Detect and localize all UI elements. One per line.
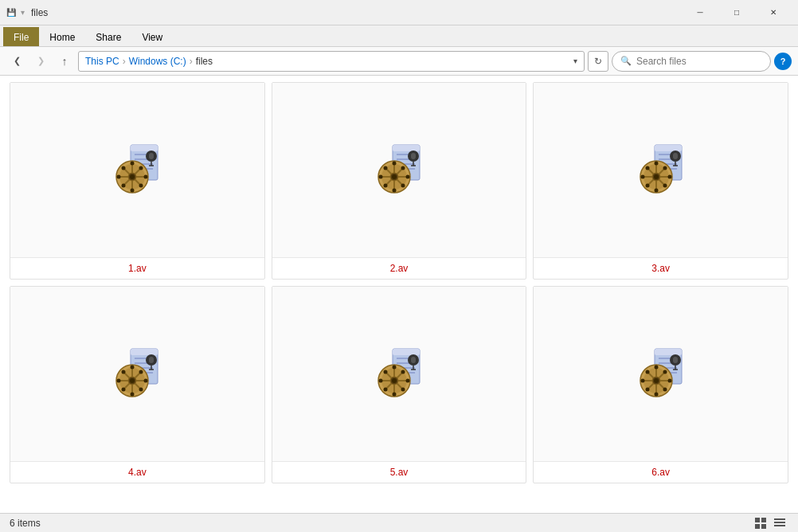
svg-rect-161 bbox=[774, 522, 785, 523]
svg-point-120 bbox=[378, 378, 382, 382]
tab-view[interactable]: View bbox=[131, 27, 173, 46]
refresh-button[interactable]: ↻ bbox=[588, 51, 608, 72]
svg-point-14 bbox=[131, 161, 135, 165]
search-box[interactable]: 🔍 bbox=[612, 51, 771, 72]
file-preview bbox=[272, 287, 526, 462]
file-grid: 1.av 2.av bbox=[10, 82, 788, 483]
svg-point-73 bbox=[645, 183, 649, 187]
svg-point-68 bbox=[640, 174, 644, 178]
svg-point-16 bbox=[117, 174, 121, 178]
crumb-thispc[interactable]: This PC bbox=[85, 56, 119, 67]
file-item-file-1[interactable]: 1.av bbox=[10, 82, 265, 280]
svg-point-71 bbox=[663, 183, 667, 187]
large-icons-view-button[interactable] bbox=[752, 516, 769, 530]
address-bar[interactable]: This PC › Windows (C:) › files ▾ bbox=[78, 51, 585, 72]
file-preview bbox=[10, 287, 264, 462]
file-label: 4.av bbox=[125, 462, 150, 483]
svg-point-124 bbox=[401, 370, 405, 374]
svg-rect-53 bbox=[655, 145, 682, 151]
search-input[interactable] bbox=[636, 56, 762, 67]
ribbon-tabs: File Home Share View bbox=[0, 25, 798, 46]
svg-rect-162 bbox=[774, 525, 785, 526]
file-label: 5.av bbox=[387, 462, 412, 483]
forward-button[interactable]: ❯ bbox=[30, 51, 51, 72]
svg-rect-160 bbox=[774, 518, 785, 520]
svg-point-121 bbox=[405, 378, 409, 382]
svg-point-45 bbox=[401, 183, 405, 187]
crumb-windows[interactable]: Windows (C:) bbox=[129, 56, 186, 67]
svg-point-123 bbox=[401, 387, 405, 391]
svg-point-66 bbox=[654, 161, 658, 165]
view-controls bbox=[752, 516, 788, 530]
tab-file[interactable]: File bbox=[3, 27, 39, 46]
file-item-file-4[interactable]: 4.av bbox=[10, 286, 265, 483]
svg-point-15 bbox=[131, 188, 135, 192]
svg-point-43 bbox=[405, 174, 409, 178]
svg-point-99 bbox=[122, 387, 126, 391]
file-preview bbox=[534, 287, 788, 462]
svg-point-13 bbox=[130, 174, 135, 179]
close-button[interactable]: ✕ bbox=[755, 0, 792, 25]
crumb-files: files bbox=[196, 56, 213, 67]
tab-share[interactable]: Share bbox=[85, 27, 131, 46]
svg-point-67 bbox=[654, 188, 658, 192]
svg-point-144 bbox=[654, 365, 658, 369]
svg-rect-159 bbox=[761, 524, 766, 529]
svg-rect-153 bbox=[673, 357, 678, 363]
file-label: 1.av bbox=[125, 258, 150, 279]
svg-rect-1 bbox=[131, 145, 158, 151]
item-count: 6 items bbox=[10, 518, 41, 529]
content-area: 1.av 2.av bbox=[0, 76, 798, 513]
up-button[interactable]: ↑ bbox=[54, 51, 75, 72]
svg-point-147 bbox=[667, 378, 671, 382]
svg-point-47 bbox=[383, 183, 387, 187]
svg-point-96 bbox=[122, 370, 126, 374]
help-button[interactable]: ? bbox=[774, 53, 792, 70]
svg-point-97 bbox=[139, 387, 143, 391]
file-item-file-5[interactable]: 5.av bbox=[272, 286, 527, 483]
tab-home[interactable]: Home bbox=[39, 27, 85, 46]
file-label: 6.av bbox=[648, 462, 673, 483]
svg-rect-156 bbox=[755, 518, 760, 522]
file-preview bbox=[272, 83, 526, 258]
svg-point-65 bbox=[654, 174, 659, 179]
svg-rect-127 bbox=[411, 357, 416, 363]
svg-rect-101 bbox=[149, 357, 154, 363]
svg-point-125 bbox=[383, 387, 387, 391]
address-dropdown-button[interactable]: ▾ bbox=[573, 57, 577, 65]
svg-rect-158 bbox=[755, 524, 760, 529]
svg-point-44 bbox=[383, 166, 387, 170]
minimize-button[interactable]: ─ bbox=[682, 0, 718, 25]
svg-point-149 bbox=[663, 387, 667, 391]
details-view-button[interactable] bbox=[771, 516, 788, 530]
svg-rect-105 bbox=[393, 349, 420, 355]
file-label: 2.av bbox=[387, 258, 412, 279]
file-preview bbox=[10, 83, 264, 258]
file-item-file-3[interactable]: 3.av bbox=[533, 82, 788, 280]
svg-rect-75 bbox=[673, 153, 678, 159]
svg-point-70 bbox=[645, 166, 649, 170]
svg-point-146 bbox=[640, 378, 644, 382]
svg-point-94 bbox=[117, 378, 121, 382]
svg-point-42 bbox=[378, 174, 382, 178]
svg-point-143 bbox=[654, 378, 659, 383]
svg-rect-79 bbox=[131, 349, 158, 355]
svg-point-46 bbox=[401, 166, 405, 170]
file-item-file-6[interactable]: 6.av bbox=[533, 286, 788, 483]
svg-point-91 bbox=[130, 378, 135, 383]
back-button[interactable]: ❮ bbox=[6, 51, 27, 72]
title-bar-icons: 💾 ▾ bbox=[6, 8, 25, 17]
svg-point-119 bbox=[392, 392, 396, 396]
ribbon: File Home Share View bbox=[0, 25, 798, 47]
file-item-file-2[interactable]: 2.av bbox=[272, 82, 527, 280]
svg-point-118 bbox=[392, 365, 396, 369]
svg-rect-27 bbox=[393, 145, 420, 151]
svg-point-151 bbox=[645, 387, 649, 391]
svg-point-122 bbox=[383, 370, 387, 374]
svg-point-41 bbox=[392, 188, 396, 192]
search-icon: 🔍 bbox=[620, 56, 632, 66]
svg-point-92 bbox=[131, 365, 135, 369]
svg-rect-131 bbox=[655, 349, 682, 355]
maximize-button[interactable]: □ bbox=[718, 0, 755, 25]
svg-point-98 bbox=[139, 370, 143, 374]
